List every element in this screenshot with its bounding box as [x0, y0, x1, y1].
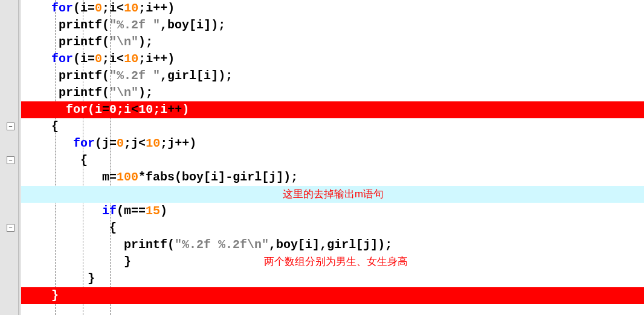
code-line[interactable]: for(i=0;i<10;i++)	[21, 0, 644, 17]
fold-marker[interactable]: −	[7, 122, 14, 130]
code-line[interactable]: printf("%.2f ",boy[i]);	[21, 17, 644, 34]
code-line-annotation[interactable]: 这里的去掉输出m语句	[21, 186, 644, 203]
code-line[interactable]: for(j=0;j<10;j++)	[21, 135, 644, 152]
code-line[interactable]: if(m==15)	[21, 203, 644, 220]
gutter: − − −	[0, 0, 21, 315]
code-line[interactable]: printf("\n");	[21, 84, 644, 101]
code-line-highlight[interactable]: for(i=0;i<10;i++)	[21, 101, 644, 118]
annotation-text: 这里的去掉输出m语句	[283, 188, 384, 200]
code-line[interactable]: printf("%.2f %.2f\n",boy[i],girl[j]);	[21, 237, 644, 253]
fold-marker[interactable]: −	[7, 156, 14, 164]
code-line[interactable]: {	[21, 220, 644, 237]
code-line[interactable]: }	[21, 270, 644, 287]
annotation-text: 两个数组分别为男生、女生身高	[264, 256, 408, 267]
fold-marker[interactable]: −	[7, 224, 14, 232]
code-line[interactable]: printf("%.2f ",girl[i]);	[21, 68, 644, 84]
code-line-highlight[interactable]: }	[21, 287, 644, 304]
code-line[interactable]: printf("\n");	[21, 34, 644, 51]
code-line[interactable]: for(i=0;i<10;i++)	[21, 51, 644, 68]
code-line[interactable]: {	[21, 152, 644, 169]
code-line[interactable]: {	[21, 118, 644, 135]
code-line[interactable]: m=100*fabs(boy[i]-girl[j]);	[21, 169, 644, 186]
code-line[interactable]: }两个数组分别为男生、女生身高	[21, 253, 644, 270]
code-area[interactable]: for(i=0;i<10;i++) printf("%.2f ",boy[i])…	[21, 0, 644, 315]
code-editor: − − − for(i=0;i<10;i++) printf("%.2f ",b…	[0, 0, 644, 315]
